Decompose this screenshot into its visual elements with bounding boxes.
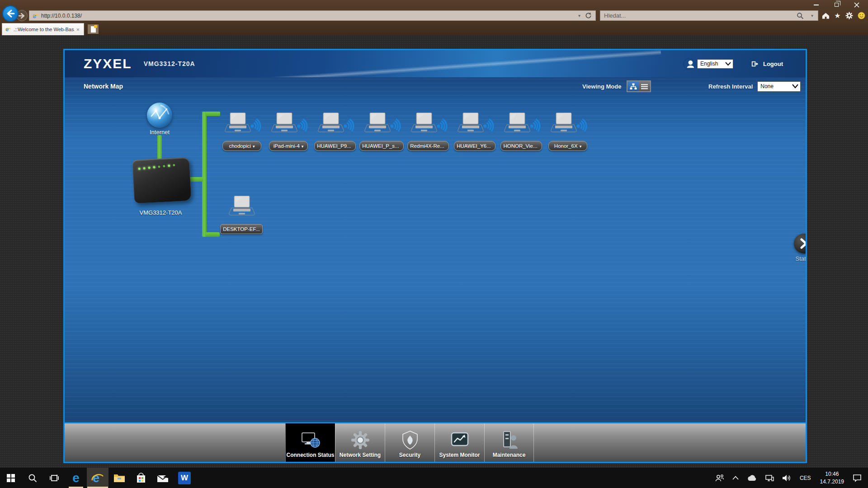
taskbar-ie-button[interactable]: e [87,468,108,488]
device-label-button[interactable]: HUAWEI_P9... [314,141,356,151]
device-name: HONOR_Vie... [503,143,537,149]
internet-label: Internet [137,129,182,136]
device-name: chodopici [229,143,251,149]
taskbar-file-explorer-button[interactable] [108,468,130,488]
device-node[interactable]: HONOR_Vie... [499,110,544,151]
refresh-icon [585,12,592,19]
device-node[interactable]: Redmi4X-Re... [406,110,451,151]
clock[interactable]: 10:46 14.7.2019 [816,470,849,485]
language-indicator[interactable]: CES [795,475,816,481]
refresh-interval-value: None [760,83,774,89]
tray-chevron-up-icon[interactable] [728,468,743,488]
chevron-down-icon [792,84,798,89]
device-node-wired[interactable]: DESKTOP-EF... [219,193,264,234]
onedrive-cloud-icon[interactable] [743,468,761,488]
refresh-button[interactable] [585,12,595,19]
ie-favicon: e [32,12,39,19]
url-dropdown-caret[interactable]: ▾ [574,13,585,18]
device-label-button[interactable]: chodopici▾ [222,141,261,151]
forward-icon [19,12,26,19]
device-node[interactable]: iPad-mini-4▾ [266,110,311,151]
gear-icon[interactable] [845,12,853,19]
device-label-button[interactable]: DESKTOP-EF... [220,224,263,234]
taskbar-mail-button[interactable] [152,468,174,488]
restore-button[interactable] [826,0,847,9]
router-icon[interactable] [132,157,192,203]
logout-button[interactable]: Logout [750,59,783,69]
language-icon [683,58,695,70]
device-label-button[interactable]: HUAWEI_P_s... [359,141,403,151]
laptop-wifi-icon [268,110,309,136]
nav-network-setting[interactable]: Network Setting [335,423,385,462]
router-admin-panel: ZYXEL VMG3312-T20A English [63,49,807,463]
back-button[interactable] [2,5,19,22]
system-monitor-icon [450,432,470,448]
time: 10:46 [820,470,844,478]
nav-maintenance[interactable]: Maintenance [484,423,534,462]
minimize-button[interactable] [806,0,826,9]
url-input[interactable] [41,13,574,19]
new-tab-button[interactable] [88,24,99,34]
people-icon[interactable] [711,468,728,488]
connector-stub-bottom [206,232,220,237]
address-bar[interactable]: e ▾ [29,10,596,21]
browser-titlebar [0,0,868,9]
viewing-mode-list-button[interactable] [639,81,650,91]
device-node[interactable]: HUAWEI_Y6... [452,110,497,151]
tab-close-button[interactable]: × [75,26,81,33]
browser-tab[interactable]: e .::Welcome to the Web-Bas... × [2,23,84,35]
map-toolbar: Network Map Viewing Mode [65,77,806,95]
viewing-mode-map-button[interactable] [627,81,639,91]
refresh-interval-label: Refresh Interval [708,83,753,90]
tab-title: .::Welcome to the Web-Bas... [14,27,75,32]
back-icon [5,9,15,19]
nav-system-monitor[interactable]: System Monitor [434,423,484,462]
device-label-button[interactable]: HUAWEI_Y6... [454,141,495,151]
smiley-feedback-icon[interactable] [858,12,865,19]
start-button[interactable] [0,468,22,488]
device-label-button[interactable]: HONOR_Vie... [500,141,542,151]
action-center-button[interactable] [849,468,868,488]
nav-connection-status[interactable]: Connection Status [285,423,335,462]
viewing-mode-label: Viewing Mode [582,83,621,90]
device-name: iPad-mini-4 [274,143,300,149]
taskbar-word-button[interactable]: W [174,468,195,488]
app-header: ZYXEL VMG3312-T20A English [65,50,806,77]
task-view-button[interactable] [43,468,65,488]
connector-trunk [202,112,207,237]
volume-icon[interactable] [778,468,795,488]
favorites-star-icon[interactable]: ★ [834,12,840,19]
device-model: VMG3312-T20A [144,60,195,67]
connector-stub-router [190,177,203,182]
connector-stub-top [206,112,220,116]
device-node[interactable]: chodopici▾ [219,110,264,151]
device-label-button[interactable]: Redmi4X-Re... [407,141,448,151]
home-icon[interactable] [822,12,830,19]
taskbar-store-button[interactable] [130,468,152,488]
taskbar-search-button[interactable] [22,468,43,488]
close-button[interactable] [846,0,867,9]
ie-icon: e [91,471,104,485]
device-label-button[interactable]: Honor_6X▾ [548,141,587,151]
device-node[interactable]: HUAWEI_P9... [312,110,358,151]
refresh-interval-select[interactable]: None [757,81,801,92]
dropdown-arrow: ▾ [253,144,255,149]
language-select[interactable]: English [697,59,733,69]
search-icon[interactable] [797,12,804,19]
search-caret[interactable]: ▾ [807,13,818,18]
dropdown-arrow: ▾ [580,144,582,149]
status-panel-button[interactable]: Status [784,234,806,262]
taskbar-edge-button[interactable]: e [65,468,87,488]
device-node[interactable]: Honor_6X▾ [545,110,590,151]
internet-globe-icon[interactable] [147,103,172,128]
search-bar[interactable]: ▾ [600,10,818,21]
page-title: Network Map [84,83,123,90]
laptop-wifi-icon [454,110,495,136]
device-name: DESKTOP-EF... [223,226,260,232]
device-label-button[interactable]: iPad-mini-4▾ [269,141,308,151]
network-icon[interactable] [761,468,778,488]
device-node[interactable]: HUAWEI_P_s... [359,110,404,151]
nav-label: Network Setting [340,452,381,458]
nav-security[interactable]: Security [385,423,434,462]
search-input[interactable] [600,12,797,19]
